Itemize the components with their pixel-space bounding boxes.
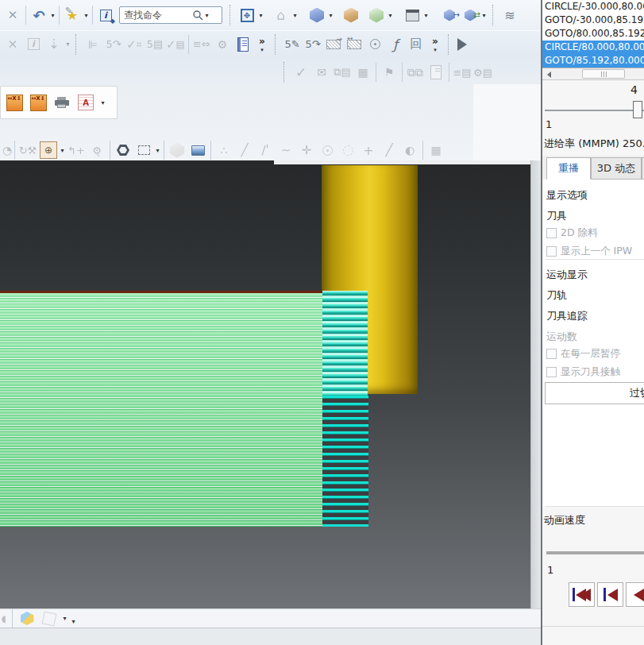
gouge-check-button[interactable]: 过切 bbox=[545, 382, 644, 404]
orient-view-icon[interactable]: ⌂ bbox=[271, 4, 291, 26]
clip-section-icon[interactable] bbox=[366, 4, 387, 26]
group-toolpath: 刀轨 bbox=[546, 288, 567, 303]
scroll-left-icon[interactable] bbox=[544, 71, 551, 78]
tab-replay[interactable]: 重播 bbox=[546, 157, 591, 180]
shop-documentation-icon[interactable] bbox=[233, 33, 253, 56]
gcode-line-selected[interactable]: CIRCLE/80.000,80.000, bbox=[542, 41, 644, 54]
isometric-view-icon[interactable] bbox=[307, 4, 327, 26]
undo-dropdown-icon[interactable]: ▾ bbox=[49, 12, 56, 19]
offset-region-icon[interactable]: 回 bbox=[406, 33, 426, 56]
checkbox-show-tool-contact: 显示刀具接触 bbox=[546, 365, 620, 379]
skip-to-start-button[interactable] bbox=[569, 582, 595, 607]
wand-dropdown-icon[interactable]: ▾ bbox=[83, 12, 90, 19]
orient-dropdown-icon[interactable]: ▾ bbox=[291, 12, 299, 19]
play-backward-button[interactable] bbox=[626, 582, 644, 607]
gcode-line-selected[interactable]: GOTO/85.192,80.000,- bbox=[542, 54, 644, 68]
rectangle-select-icon[interactable] bbox=[133, 139, 154, 161]
replay-toolpath-icon: 5↷ bbox=[103, 33, 124, 56]
group-tool-trace: 刀具追踪 bbox=[546, 309, 588, 323]
checkmark-icon: ✓ bbox=[291, 61, 311, 83]
gcode-line[interactable]: GOTO/80.000,85.192,- bbox=[542, 27, 644, 41]
spline-icon[interactable]: ƒ bbox=[385, 33, 406, 56]
display-dropdown2-icon[interactable]: ▾ bbox=[70, 618, 77, 625]
select-dropdown-icon[interactable]: ▾ bbox=[154, 147, 161, 154]
point-dialog-icon[interactable] bbox=[113, 139, 133, 161]
separator bbox=[92, 6, 93, 25]
skip-to-start-icon bbox=[573, 588, 575, 601]
window-style-icon[interactable] bbox=[402, 4, 422, 26]
measure-y-icon[interactable]: ↔X↕ bbox=[28, 91, 48, 114]
annotation-style-icon[interactable]: A bbox=[75, 91, 96, 114]
workpiece-extents-icon[interactable]: ↔ bbox=[344, 33, 364, 56]
object-info-icon[interactable]: i◆ bbox=[95, 4, 116, 26]
separator bbox=[229, 5, 233, 25]
ipw-stock-toolpaths bbox=[0, 293, 322, 527]
line-counter-value: 4 bbox=[631, 83, 638, 96]
group-motion-display: 运动显示 bbox=[546, 268, 588, 282]
gcode-list[interactable]: CIRCLE/-30.000,80.000 GOTO/-30.000,85.19… bbox=[542, 0, 644, 68]
gcode-line[interactable]: GOTO/-30.000,85.192, bbox=[542, 14, 644, 27]
layer-dropdown-icon[interactable]: ▾ bbox=[480, 12, 488, 19]
search-dropdown-icon[interactable]: ▾ bbox=[203, 12, 210, 19]
viewport-resizer[interactable] bbox=[530, 160, 541, 608]
cut-region-upper bbox=[322, 291, 368, 396]
edit-toolpath-icon[interactable]: 5✎ bbox=[282, 33, 303, 56]
search-input[interactable] bbox=[124, 10, 192, 21]
animation-speed-slider[interactable] bbox=[546, 551, 644, 554]
workpiece-boundary-icon[interactable]: → bbox=[323, 33, 344, 56]
command-finder[interactable]: ▾ bbox=[119, 6, 222, 24]
gcode-line[interactable]: CIRCLE/-30.000,80.000 bbox=[542, 0, 644, 14]
reorder-toolpath-icon[interactable]: 5↷ bbox=[303, 33, 323, 56]
checkbox-icon bbox=[546, 367, 557, 377]
list-hscrollbar[interactable] bbox=[542, 68, 644, 80]
separator bbox=[492, 5, 496, 25]
overflow-icon[interactable]: »▾ bbox=[253, 33, 271, 56]
fit-view-dropdown-icon[interactable]: ▾ bbox=[257, 12, 264, 19]
display-dropdown-icon[interactable]: ▾ bbox=[61, 615, 68, 622]
window-dropdown-icon[interactable]: ▾ bbox=[422, 12, 430, 19]
step-back-button[interactable] bbox=[597, 582, 623, 607]
bounded-plane-icon[interactable] bbox=[187, 139, 208, 161]
view-dropdown-icon[interactable]: ▾ bbox=[327, 12, 334, 19]
filter-dropdown-icon[interactable]: ▾ bbox=[59, 147, 66, 154]
separator bbox=[283, 62, 287, 83]
search-icon[interactable] bbox=[192, 10, 203, 21]
move-point-icon: ↰+ bbox=[66, 139, 87, 161]
wand-star-icon[interactable]: ★✎ bbox=[62, 4, 83, 26]
copy-to-layer-icon[interactable]: ⇄ bbox=[460, 4, 480, 26]
section-view-icon[interactable] bbox=[341, 4, 361, 26]
line-slider-handle[interactable] bbox=[633, 101, 642, 118]
fit-view-icon[interactable]: ✥ bbox=[237, 4, 257, 26]
separator bbox=[402, 63, 403, 82]
line-counter-start: 1 bbox=[546, 118, 552, 130]
view-stack-icon: ⧉⧉ bbox=[405, 61, 426, 83]
grid-snap-icon: ▦ bbox=[426, 139, 446, 161]
print-icon[interactable] bbox=[52, 91, 72, 114]
separator bbox=[422, 141, 423, 160]
line-slider-track[interactable] bbox=[545, 110, 644, 111]
separator bbox=[164, 141, 164, 160]
synchronize-icon: ≡⇔ bbox=[191, 33, 212, 56]
move-to-layer-icon[interactable]: → bbox=[439, 4, 460, 26]
play-backward-icon bbox=[634, 589, 644, 601]
shaded-display-icon[interactable] bbox=[17, 608, 37, 630]
panel-arrow-icon[interactable] bbox=[455, 33, 476, 56]
undo-icon[interactable]: ↶ bbox=[29, 4, 49, 26]
layer-settings-icon[interactable]: ≋ bbox=[499, 4, 520, 26]
custom-dropdown-icon[interactable]: ▾ bbox=[99, 99, 106, 106]
separator bbox=[12, 609, 13, 628]
delete-icon[interactable]: ✕ bbox=[2, 4, 23, 26]
point-icon[interactable] bbox=[364, 33, 385, 56]
overflow2-icon[interactable]: »▾ bbox=[426, 33, 444, 56]
scroll-thumb[interactable] bbox=[582, 69, 625, 79]
separator bbox=[210, 141, 211, 160]
graphics-viewport[interactable] bbox=[0, 160, 530, 608]
robot-icon: ⚙̖ bbox=[87, 139, 107, 161]
tab-3d-dynamic[interactable]: 3D 动态 bbox=[591, 157, 642, 180]
sort-icon: ⇣ bbox=[44, 33, 64, 56]
solid-snap-icon bbox=[167, 139, 187, 161]
point-filter-icon[interactable]: ⊕ bbox=[38, 139, 59, 161]
measure-x-icon[interactable]: ↔X↕ bbox=[4, 91, 25, 114]
animation-speed-label: 动画速度 bbox=[544, 513, 585, 527]
clip-dropdown-icon[interactable]: ▾ bbox=[387, 12, 394, 19]
